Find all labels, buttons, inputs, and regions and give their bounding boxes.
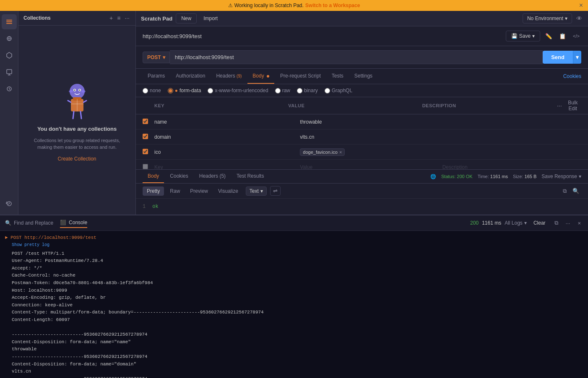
remove-file-button[interactable]: × — [339, 150, 342, 155]
body-type-binary[interactable]: binary — [297, 88, 318, 93]
format-visualize-button[interactable]: Visualize — [214, 186, 242, 196]
method-chevron-icon: ▾ — [163, 54, 165, 60]
tab-tests[interactable]: Tests — [327, 69, 349, 84]
list-item: --------------------------95360276629212… — [12, 331, 583, 339]
bulk-edit-button[interactable]: Bulk Edit — [565, 100, 581, 111]
environments-icon — [6, 52, 13, 59]
row-2-check[interactable] — [143, 134, 154, 140]
save-label: Save — [519, 33, 531, 39]
console-label: Console — [69, 220, 87, 225]
svg-rect-0 — [6, 20, 12, 21]
list-item: vlts.cn — [12, 368, 583, 375]
wrap-lines-button[interactable]: ⇌ — [270, 186, 281, 196]
eye-icon[interactable]: 👁 — [575, 14, 583, 23]
file-badge: doge_favicon.ico × — [300, 148, 345, 156]
search-response-button[interactable]: 🔍 — [570, 186, 581, 196]
all-logs-label: All Logs — [505, 220, 523, 226]
all-logs-button[interactable]: All Logs ▾ — [505, 220, 527, 226]
find-replace-tab[interactable]: 🔍 Find and Replace — [5, 218, 53, 228]
switch-workspace-link[interactable]: Switch to a Workspace — [305, 3, 360, 8]
sidebar-item-collections[interactable] — [2, 14, 17, 29]
close-console-button[interactable]: × — [575, 219, 583, 227]
new-button[interactable]: New — [176, 13, 197, 23]
save-button[interactable]: 💾 Save ▾ — [506, 31, 540, 41]
copy-console-button[interactable]: ⧉ — [552, 219, 560, 227]
format-pretty-button[interactable]: Pretty — [143, 186, 164, 196]
row-1-value[interactable]: throwable — [297, 118, 442, 126]
sidebar-item-mock-servers[interactable] — [2, 65, 17, 80]
sort-collections-button[interactable]: ≡ — [116, 14, 121, 22]
sidebar-item-history[interactable] — [2, 196, 17, 211]
sidebar-item-apis[interactable] — [2, 31, 17, 46]
row-4-value[interactable]: Value — [297, 163, 442, 170]
response-format-bar: Pretty Raw Preview Visualize Text ▾ ⇌ ⧉ … — [136, 184, 588, 199]
tab-settings[interactable]: Settings — [349, 69, 377, 84]
banner-close-button[interactable]: × — [579, 2, 583, 9]
tab-authorization[interactable]: Authorization — [171, 69, 210, 84]
text-type-label: Text — [250, 188, 259, 194]
mascot-illustration — [56, 79, 98, 121]
row-2-value[interactable]: vlts.cn — [297, 133, 442, 141]
body-type-none[interactable]: none — [143, 88, 161, 93]
import-button[interactable]: Import — [200, 14, 221, 23]
search-icon: 🔍 — [5, 220, 11, 226]
svg-point-13 — [74, 89, 75, 91]
method-label: POST — [147, 54, 161, 60]
row-3-key[interactable]: ico — [154, 148, 297, 156]
svg-point-16 — [81, 90, 86, 93]
key-column-header: KEY — [154, 103, 288, 108]
more-console-button[interactable]: ··· — [564, 219, 572, 227]
form-data-table: KEY VALUE DESCRIPTION ··· Bulk Edit name… — [136, 97, 588, 169]
text-type-selector[interactable]: Text ▾ — [246, 186, 267, 196]
send-dropdown-button[interactable]: ▾ — [573, 51, 581, 64]
method-selector[interactable]: POST ▾ — [143, 52, 170, 63]
description-icon[interactable]: 📋 — [557, 31, 568, 41]
edit-icon[interactable]: ✏️ — [544, 31, 554, 41]
tab-body[interactable]: Body — [247, 69, 274, 84]
tab-params[interactable]: Params — [143, 69, 170, 84]
add-collection-button[interactable]: + — [109, 14, 114, 22]
format-preview-button[interactable]: Preview — [186, 186, 212, 196]
format-raw-button[interactable]: Raw — [166, 186, 184, 196]
more-collections-button[interactable]: ··· — [124, 14, 130, 22]
response-tab-test-results[interactable]: Test Results — [232, 170, 269, 183]
svg-line-22 — [83, 101, 86, 102]
show-pretty-log-link[interactable]: Show pretty log — [12, 243, 49, 247]
row-2-key[interactable]: domain — [154, 133, 297, 141]
console-tab[interactable]: ⬛ Console — [60, 218, 87, 228]
body-type-form-data[interactable]: ● form-data — [168, 88, 201, 93]
response-tab-body[interactable]: Body — [143, 170, 164, 183]
list-item: Content-Type: multipart/form-data; bound… — [12, 309, 583, 316]
empty-title: You don't have any collections — [37, 126, 117, 132]
row-1-check[interactable] — [143, 119, 154, 125]
body-type-urlencoded[interactable]: x-www-form-urlencoded — [208, 88, 268, 93]
sidebar-item-environments[interactable] — [2, 48, 17, 63]
collections-title: Collections — [23, 15, 106, 21]
more-table-button[interactable]: ··· — [556, 100, 563, 111]
url-input[interactable] — [170, 50, 543, 64]
scratch-pad-title: Scratch Pad — [141, 16, 172, 22]
cookies-link[interactable]: Cookies — [563, 73, 581, 79]
body-type-raw[interactable]: raw — [275, 88, 290, 93]
create-collection-link[interactable]: Create Collection — [57, 156, 96, 162]
response-tab-cookies[interactable]: Cookies — [165, 170, 193, 183]
row-3-check[interactable] — [143, 149, 154, 155]
copy-response-button[interactable]: ⧉ — [561, 186, 569, 196]
clear-button[interactable]: Clear — [530, 219, 549, 227]
list-item: throwable — [12, 346, 583, 353]
list-item: Accept-Encoding: gzip, deflate, br — [12, 294, 583, 302]
row-4-key[interactable]: Key — [154, 163, 297, 170]
sidebar-item-monitors[interactable] — [2, 81, 17, 96]
row-1-key[interactable]: name — [154, 118, 297, 126]
code-icon[interactable]: </> — [571, 32, 581, 40]
send-button[interactable]: Send — [543, 51, 573, 64]
row-4-check[interactable] — [143, 164, 154, 170]
environment-selector[interactable]: No Environment ▾ — [523, 13, 572, 23]
tab-headers[interactable]: Headers (9) — [211, 69, 247, 84]
response-tab-headers[interactable]: Headers (5) — [194, 170, 231, 183]
row-4-desc[interactable]: Description — [442, 164, 581, 170]
list-item: Content-Disposition: form-data; name="do… — [12, 361, 583, 368]
body-type-graphql[interactable]: GraphQL — [325, 88, 352, 93]
save-response-button[interactable]: Save Response ▾ — [541, 173, 581, 179]
tab-pre-request-script[interactable]: Pre-request Script — [275, 69, 326, 84]
